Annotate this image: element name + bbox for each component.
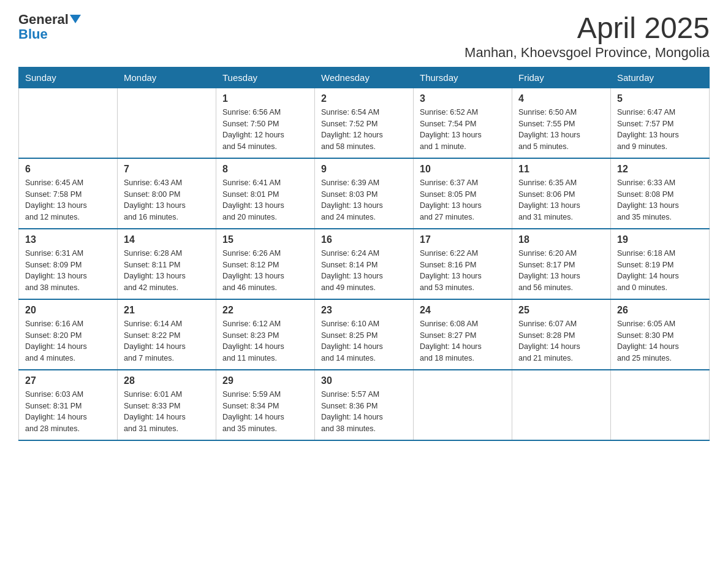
calendar-cell: 30Sunrise: 5:57 AM Sunset: 8:36 PM Dayli… bbox=[315, 370, 414, 440]
day-info: Sunrise: 6:37 AM Sunset: 8:05 PM Dayligh… bbox=[420, 177, 506, 223]
calendar-cell: 10Sunrise: 6:37 AM Sunset: 8:05 PM Dayli… bbox=[414, 158, 512, 229]
day-info: Sunrise: 6:52 AM Sunset: 7:54 PM Dayligh… bbox=[420, 107, 506, 153]
day-number: 2 bbox=[321, 93, 407, 104]
calendar-cell: 27Sunrise: 6:03 AM Sunset: 8:31 PM Dayli… bbox=[19, 370, 118, 440]
day-number: 10 bbox=[420, 164, 506, 175]
calendar-cell: 24Sunrise: 6:08 AM Sunset: 8:27 PM Dayli… bbox=[414, 299, 512, 370]
logo-text-general: General bbox=[18, 12, 69, 27]
calendar-cell bbox=[118, 88, 216, 158]
day-number: 11 bbox=[518, 164, 604, 175]
day-number: 23 bbox=[321, 305, 407, 316]
calendar-cell: 25Sunrise: 6:07 AM Sunset: 8:28 PM Dayli… bbox=[512, 299, 611, 370]
logo: General Blue bbox=[18, 12, 81, 42]
day-info: Sunrise: 6:33 AM Sunset: 8:08 PM Dayligh… bbox=[617, 177, 703, 223]
day-info: Sunrise: 6:10 AM Sunset: 8:25 PM Dayligh… bbox=[321, 318, 407, 364]
weekday-header-thursday: Thursday bbox=[414, 67, 512, 88]
weekday-header-monday: Monday bbox=[118, 67, 216, 88]
day-info: Sunrise: 6:35 AM Sunset: 8:06 PM Dayligh… bbox=[518, 177, 604, 223]
logo-arrow-icon bbox=[70, 15, 81, 26]
page-title: April 2025 bbox=[464, 12, 710, 45]
calendar-cell: 9Sunrise: 6:39 AM Sunset: 8:03 PM Daylig… bbox=[315, 158, 414, 229]
calendar-cell: 8Sunrise: 6:41 AM Sunset: 8:01 PM Daylig… bbox=[216, 158, 315, 229]
day-info: Sunrise: 6:18 AM Sunset: 8:19 PM Dayligh… bbox=[617, 248, 703, 294]
calendar-header: SundayMondayTuesdayWednesdayThursdayFrid… bbox=[19, 67, 710, 88]
weekday-header-sunday: Sunday bbox=[19, 67, 118, 88]
day-number: 18 bbox=[518, 234, 604, 245]
day-number: 30 bbox=[321, 375, 407, 386]
day-number: 27 bbox=[25, 375, 111, 386]
calendar-cell bbox=[611, 370, 710, 440]
title-section: April 2025 Manhan, Khoevsgoel Province, … bbox=[464, 12, 710, 61]
day-number: 14 bbox=[124, 234, 210, 245]
calendar-cell: 17Sunrise: 6:22 AM Sunset: 8:16 PM Dayli… bbox=[414, 229, 512, 299]
day-info: Sunrise: 5:59 AM Sunset: 8:34 PM Dayligh… bbox=[222, 389, 308, 435]
day-number: 25 bbox=[518, 305, 604, 316]
day-info: Sunrise: 6:16 AM Sunset: 8:20 PM Dayligh… bbox=[25, 318, 111, 364]
weekday-header-friday: Friday bbox=[512, 67, 611, 88]
day-info: Sunrise: 6:24 AM Sunset: 8:14 PM Dayligh… bbox=[321, 248, 407, 294]
day-number: 29 bbox=[222, 375, 308, 386]
day-info: Sunrise: 6:20 AM Sunset: 8:17 PM Dayligh… bbox=[518, 248, 604, 294]
page-subtitle: Manhan, Khoevsgoel Province, Mongolia bbox=[464, 45, 710, 61]
day-info: Sunrise: 6:12 AM Sunset: 8:23 PM Dayligh… bbox=[222, 318, 308, 364]
day-number: 16 bbox=[321, 234, 407, 245]
day-number: 20 bbox=[25, 305, 111, 316]
svg-marker-0 bbox=[70, 15, 81, 23]
calendar-cell: 6Sunrise: 6:45 AM Sunset: 7:58 PM Daylig… bbox=[19, 158, 118, 229]
logo-text-blue: Blue bbox=[18, 27, 48, 42]
day-number: 9 bbox=[321, 164, 407, 175]
day-number: 8 bbox=[222, 164, 308, 175]
week-row-2: 6Sunrise: 6:45 AM Sunset: 7:58 PM Daylig… bbox=[19, 158, 710, 229]
calendar-cell: 1Sunrise: 6:56 AM Sunset: 7:50 PM Daylig… bbox=[216, 88, 315, 158]
day-number: 4 bbox=[518, 93, 604, 104]
calendar-cell bbox=[414, 370, 512, 440]
calendar-cell: 16Sunrise: 6:24 AM Sunset: 8:14 PM Dayli… bbox=[315, 229, 414, 299]
day-info: Sunrise: 6:45 AM Sunset: 7:58 PM Dayligh… bbox=[25, 177, 111, 223]
calendar-cell: 5Sunrise: 6:47 AM Sunset: 7:57 PM Daylig… bbox=[611, 88, 710, 158]
day-info: Sunrise: 6:31 AM Sunset: 8:09 PM Dayligh… bbox=[25, 248, 111, 294]
day-info: Sunrise: 6:01 AM Sunset: 8:33 PM Dayligh… bbox=[124, 389, 210, 435]
day-info: Sunrise: 6:05 AM Sunset: 8:30 PM Dayligh… bbox=[617, 318, 703, 364]
day-number: 15 bbox=[222, 234, 308, 245]
calendar-cell: 11Sunrise: 6:35 AM Sunset: 8:06 PM Dayli… bbox=[512, 158, 611, 229]
calendar-cell: 23Sunrise: 6:10 AM Sunset: 8:25 PM Dayli… bbox=[315, 299, 414, 370]
calendar-cell: 21Sunrise: 6:14 AM Sunset: 8:22 PM Dayli… bbox=[118, 299, 216, 370]
day-info: Sunrise: 6:56 AM Sunset: 7:50 PM Dayligh… bbox=[222, 107, 308, 153]
calendar-cell: 4Sunrise: 6:50 AM Sunset: 7:55 PM Daylig… bbox=[512, 88, 611, 158]
day-number: 28 bbox=[124, 375, 210, 386]
week-row-3: 13Sunrise: 6:31 AM Sunset: 8:09 PM Dayli… bbox=[19, 229, 710, 299]
day-number: 17 bbox=[420, 234, 506, 245]
calendar-body: 1Sunrise: 6:56 AM Sunset: 7:50 PM Daylig… bbox=[19, 88, 710, 440]
week-row-5: 27Sunrise: 6:03 AM Sunset: 8:31 PM Dayli… bbox=[19, 370, 710, 440]
calendar-cell: 15Sunrise: 6:26 AM Sunset: 8:12 PM Dayli… bbox=[216, 229, 315, 299]
day-info: Sunrise: 6:03 AM Sunset: 8:31 PM Dayligh… bbox=[25, 389, 111, 435]
day-number: 7 bbox=[124, 164, 210, 175]
day-number: 1 bbox=[222, 93, 308, 104]
calendar-cell bbox=[512, 370, 611, 440]
calendar-table: SundayMondayTuesdayWednesdayThursdayFrid… bbox=[18, 67, 710, 441]
day-info: Sunrise: 6:39 AM Sunset: 8:03 PM Dayligh… bbox=[321, 177, 407, 223]
calendar-cell: 20Sunrise: 6:16 AM Sunset: 8:20 PM Dayli… bbox=[19, 299, 118, 370]
day-number: 3 bbox=[420, 93, 506, 104]
day-info: Sunrise: 6:14 AM Sunset: 8:22 PM Dayligh… bbox=[124, 318, 210, 364]
day-info: Sunrise: 6:47 AM Sunset: 7:57 PM Dayligh… bbox=[617, 107, 703, 153]
weekday-header-tuesday: Tuesday bbox=[216, 67, 315, 88]
day-number: 21 bbox=[124, 305, 210, 316]
day-number: 24 bbox=[420, 305, 506, 316]
day-info: Sunrise: 6:50 AM Sunset: 7:55 PM Dayligh… bbox=[518, 107, 604, 153]
week-row-1: 1Sunrise: 6:56 AM Sunset: 7:50 PM Daylig… bbox=[19, 88, 710, 158]
calendar-cell: 18Sunrise: 6:20 AM Sunset: 8:17 PM Dayli… bbox=[512, 229, 611, 299]
weekday-header-saturday: Saturday bbox=[611, 67, 710, 88]
day-number: 6 bbox=[25, 164, 111, 175]
day-number: 12 bbox=[617, 164, 703, 175]
calendar-cell: 26Sunrise: 6:05 AM Sunset: 8:30 PM Dayli… bbox=[611, 299, 710, 370]
calendar-cell: 2Sunrise: 6:54 AM Sunset: 7:52 PM Daylig… bbox=[315, 88, 414, 158]
day-info: Sunrise: 6:54 AM Sunset: 7:52 PM Dayligh… bbox=[321, 107, 407, 153]
day-info: Sunrise: 6:26 AM Sunset: 8:12 PM Dayligh… bbox=[222, 248, 308, 294]
weekday-header-wednesday: Wednesday bbox=[315, 67, 414, 88]
calendar-cell: 22Sunrise: 6:12 AM Sunset: 8:23 PM Dayli… bbox=[216, 299, 315, 370]
day-info: Sunrise: 6:28 AM Sunset: 8:11 PM Dayligh… bbox=[124, 248, 210, 294]
day-number: 5 bbox=[617, 93, 703, 104]
calendar-cell bbox=[19, 88, 118, 158]
week-row-4: 20Sunrise: 6:16 AM Sunset: 8:20 PM Dayli… bbox=[19, 299, 710, 370]
